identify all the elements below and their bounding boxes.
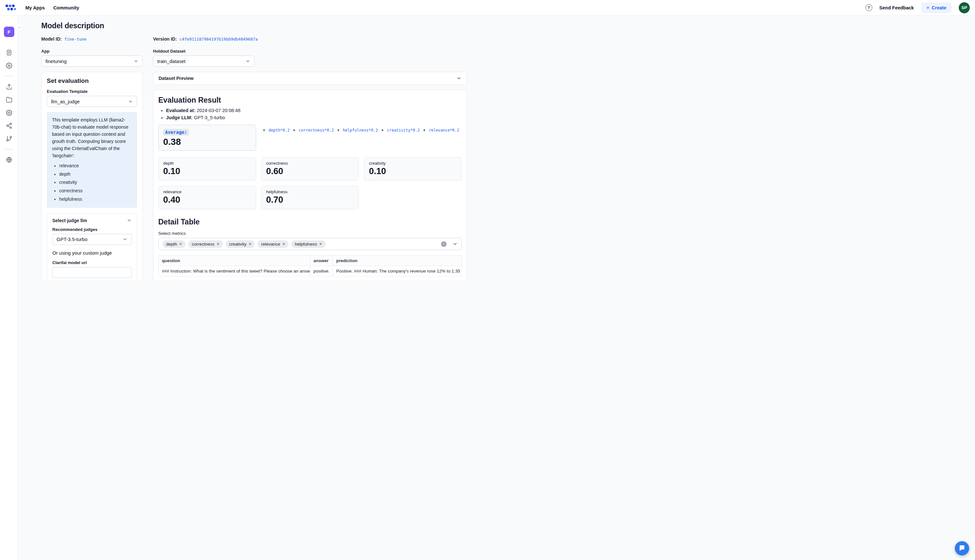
dataset-preview-toggle[interactable]: Dataset Preview <box>153 72 467 85</box>
clarifai-logo-icon <box>5 4 17 12</box>
model-url-label: Clarifai model url <box>52 260 132 265</box>
chevron-down-icon <box>122 237 127 242</box>
clarifai-logo[interactable] <box>5 4 17 12</box>
template-description-box: This template employs LLM (llama2-70b-ch… <box>47 112 137 208</box>
remove-chip-icon[interactable]: × <box>249 242 251 246</box>
evaluated-at-label: Evaluated at: <box>166 108 195 113</box>
chevron-down-icon <box>134 59 139 64</box>
detail-table: question answer prediction ### Instructi… <box>158 255 462 277</box>
chip-correctness[interactable]: correctness × <box>188 240 223 248</box>
app-label: App <box>41 49 143 53</box>
criteria-list: relevance depth creativity correctness h… <box>52 162 132 203</box>
nav-community[interactable]: Community <box>53 5 79 10</box>
chevron-down-icon <box>245 59 250 64</box>
version-id-label: Version ID: <box>153 37 177 42</box>
sidebar-item-settings[interactable] <box>3 60 15 72</box>
sidebar-item-community[interactable] <box>3 154 15 166</box>
formula-term[interactable]: relevance*0.2 <box>429 128 459 133</box>
model-url-input[interactable] <box>52 267 132 278</box>
criteria-item: creativity <box>59 179 132 187</box>
evaluation-result-card: Evaluation Result Evaluated at: 2024-03-… <box>153 90 467 280</box>
tree-branch-icon <box>6 135 12 142</box>
model-id-value[interactable]: fine-tune <box>64 37 87 42</box>
judge-llm-select[interactable]: GPT-3.5-turbo <box>52 234 132 245</box>
sidebar-item-overview[interactable] <box>3 47 15 58</box>
holdout-dataset-label: Holdout Dataset <box>153 49 467 53</box>
page-title: Model description <box>41 22 467 30</box>
sidebar-item-models[interactable] <box>3 107 15 118</box>
sidebar-item-workflows[interactable] <box>3 120 15 132</box>
sidebar-expand-arrow[interactable]: → <box>16 24 22 30</box>
template-description: This template employs LLM (llama2-70b-ch… <box>52 117 132 160</box>
folder-icon <box>6 97 12 103</box>
model-id-label: Model ID: <box>41 37 62 42</box>
average-formula: = depth*0.2 + correctness*0.2 + helpfuln… <box>262 125 462 134</box>
cell-answer: positive. <box>310 266 333 277</box>
app-avatar[interactable]: F <box>4 27 14 37</box>
formula-term[interactable]: creativity*0.2 <box>387 128 419 133</box>
chip-relevance[interactable]: relevance × <box>257 240 289 248</box>
average-row: Average: 0.38 = depth*0.2 + correctness*… <box>158 125 462 151</box>
select-metrics-label: Select metrics <box>158 231 462 236</box>
metric-name: relevance <box>163 189 251 194</box>
sidebar-item-pipelines[interactable] <box>3 133 15 145</box>
chevron-up-icon <box>127 218 132 223</box>
metric-value: 0.70 <box>266 195 354 205</box>
clear-all-icon[interactable]: × <box>441 241 447 247</box>
evaluation-result-title: Evaluation Result <box>158 96 462 105</box>
primary-nav: My Apps Community <box>25 5 79 10</box>
remove-chip-icon[interactable]: × <box>282 242 285 246</box>
column-answer: answer <box>310 256 333 266</box>
app-select[interactable]: finetuning <box>41 55 143 67</box>
equals-sign: = <box>262 128 266 133</box>
metric-grid: depth 0.10 correctness 0.60 creativity 0… <box>158 157 462 209</box>
remove-chip-icon[interactable]: × <box>179 242 182 246</box>
chip-depth[interactable]: depth × <box>162 240 185 248</box>
model-id-line: Model ID: fine-tune <box>41 36 143 42</box>
metric-card-helpfulness: helpfulness 0.70 <box>261 186 359 209</box>
select-judge-title: Select judge llm <box>52 218 87 223</box>
metric-name: depth <box>163 161 251 166</box>
chevron-down-icon <box>128 99 133 104</box>
metric-card-depth: depth 0.10 <box>158 157 256 181</box>
average-value: 0.38 <box>163 137 251 147</box>
chip-creativity[interactable]: creativity × <box>225 240 255 248</box>
recommended-judges-label: Recommended judges <box>52 227 132 232</box>
average-score-box: Average: 0.38 <box>158 125 256 151</box>
remove-chip-icon[interactable]: × <box>319 242 322 246</box>
right-column: Version ID: c4fe911187984197b19bb9db4849… <box>153 30 467 280</box>
left-sidebar: F <box>0 16 18 280</box>
metric-name: helpfulness <box>266 189 354 194</box>
main-content: Model description Model ID: fine-tune Ap… <box>18 16 488 280</box>
detail-table-title: Detail Table <box>158 218 462 227</box>
select-judge-header[interactable]: Select judge llm <box>52 218 132 223</box>
sidebar-item-inputs[interactable] <box>3 81 15 93</box>
dataset-preview-label: Dataset Preview <box>159 76 194 81</box>
chip-label: correctness <box>192 242 214 247</box>
set-evaluation-title: Set evaluation <box>47 77 137 85</box>
plus-sign: + <box>422 128 426 133</box>
metrics-multiselect[interactable]: depth × correctness × creativity × <box>158 238 462 250</box>
criteria-item: depth <box>59 170 132 178</box>
formula-term[interactable]: depth*0.2 <box>269 128 290 133</box>
cpu-icon <box>6 110 12 116</box>
holdout-dataset-value: train_dataset <box>157 58 185 64</box>
upload-icon <box>6 83 12 90</box>
chevron-down-icon <box>452 241 457 247</box>
judge-llm-meta-value: GPT-3_5-turbo <box>194 115 225 120</box>
metric-value: 0.10 <box>369 166 457 177</box>
nav-my-apps[interactable]: My Apps <box>25 5 45 10</box>
version-id-value[interactable]: c4fe911187984197b19bb9db4849687a <box>179 37 258 42</box>
evaluation-template-select[interactable]: llm_as_judge <box>47 96 137 107</box>
remove-chip-icon[interactable]: × <box>217 242 219 246</box>
formula-term[interactable]: correctness*0.2 <box>299 128 334 133</box>
app-select-value: finetuning <box>45 58 67 64</box>
formula-term[interactable]: helpfulness*0.2 <box>343 128 378 133</box>
holdout-dataset-select[interactable]: train_dataset <box>153 55 254 67</box>
share-nodes-icon <box>6 122 12 129</box>
table-row[interactable]: ### Instruction: What is the sentiment o… <box>159 266 462 277</box>
chip-label: depth <box>166 242 177 247</box>
chip-helpfulness[interactable]: helpfulness × <box>291 240 326 248</box>
criteria-item: helpfulness <box>59 195 132 203</box>
sidebar-item-datasets[interactable] <box>3 94 15 105</box>
